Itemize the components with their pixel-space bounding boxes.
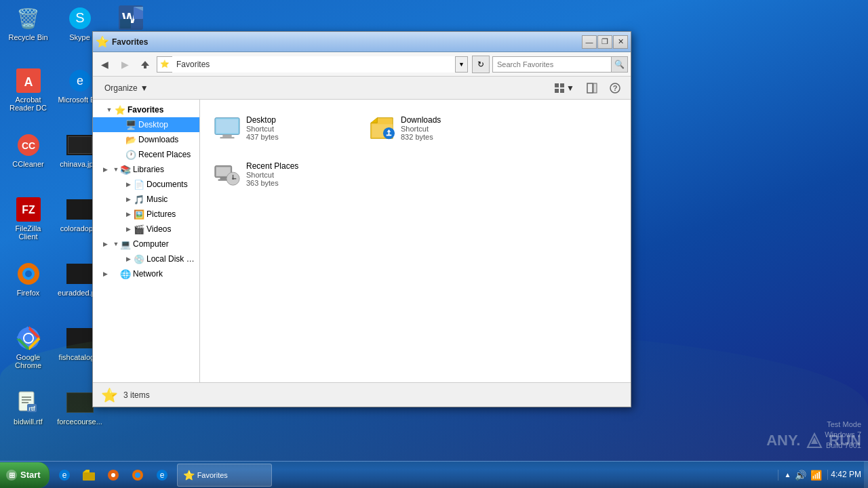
network-expand-icon: ▶ (101, 268, 109, 279)
clock[interactable]: 4:42 PM (827, 470, 864, 481)
computer-section[interactable]: ▶ ▼ 💻 Computer (93, 237, 199, 251)
tree-item-downloads[interactable]: 📂 Downloads (93, 132, 199, 147)
downloads-tree-label: Downloads (138, 135, 178, 144)
network-label: Network (133, 269, 163, 279)
search-input[interactable] (493, 60, 611, 68)
start-button[interactable]: ⊞ Start (0, 462, 50, 488)
desktop-icon-chrome[interactable]: Google Chrome (3, 322, 54, 372)
refresh-button[interactable]: ↻ (472, 56, 490, 73)
desktop-icon-acrobat[interactable]: A Acrobat Reader DC (3, 64, 54, 115)
favorites-section[interactable]: ▼ ⭐ Favorites (93, 102, 199, 117)
address-dropdown[interactable]: ▼ (455, 57, 467, 72)
computer-expand-icon: ▶ (101, 239, 109, 249)
pictures-tree-label: Pictures (146, 209, 176, 219)
libraries-folder-icon: 📚 (120, 164, 131, 175)
svg-rect-47 (387, 135, 392, 136)
view-options-button[interactable]: ▼ (549, 79, 579, 97)
downloads-file-icon (368, 115, 395, 142)
svg-point-64 (111, 473, 115, 477)
desktop-icon-recycle-bin[interactable]: 🗑️ Recycle Bin (3, 2, 54, 44)
network-section[interactable]: ▶ 🌐 Network (93, 266, 199, 281)
back-button[interactable]: ◀ (96, 56, 113, 73)
help-button[interactable]: ? (605, 79, 625, 97)
computer-folder-icon: 💻 (120, 239, 131, 249)
desktop-file-icon (214, 115, 241, 142)
filezilla-label: FileZilla Client (5, 224, 51, 241)
nav-tree: ▼ ⭐ Favorites 🖥️ Desktop 📂 Downloads � (93, 100, 200, 382)
file-item-desktop[interactable]: Desktop Shortcut 437 bytes (208, 108, 357, 148)
up-button[interactable] (136, 56, 154, 73)
documents-tree-icon: 📄 (134, 179, 144, 190)
svg-marker-29 (141, 61, 149, 66)
close-button[interactable]: ✕ (613, 35, 628, 49)
preview-pane-button[interactable] (582, 79, 602, 97)
videos-expand-icon: ▶ (123, 224, 134, 235)
tree-item-music[interactable]: ▶ 🎵 Music (93, 192, 199, 207)
taskbar-edge-icon[interactable]: e (151, 464, 174, 487)
filezilla-icon: FZ (15, 196, 42, 223)
music-tree-label: Music (146, 195, 167, 204)
euradded-icon (66, 260, 94, 287)
downloads-file-info: Downloads Shortcut 832 bytes (401, 115, 507, 141)
desktop-file-info: Desktop Shortcut 437 bytes (246, 115, 352, 141)
anyrun-run-text: RUN (829, 432, 861, 449)
search-box: 🔍 (492, 56, 628, 73)
tree-item-documents[interactable]: ▶ 📄 Documents (93, 177, 199, 192)
desktop-tree-icon: 🖥️ (125, 119, 136, 130)
test-mode-label: Test Mode Windows 7 Build 7601 (825, 420, 861, 451)
search-button[interactable]: 🔍 (611, 57, 627, 72)
videos-tree-icon: 🎬 (134, 224, 144, 235)
taskbar-favorites-button[interactable]: ⭐ Favorites (177, 464, 272, 487)
start-logo-icon: ⊞ (5, 469, 18, 481)
svg-marker-56 (808, 434, 821, 447)
desktop-icon-bidwill[interactable]: rtf bidwill.rtf (3, 386, 54, 428)
system-tray: ▲ 🔊 📶 (778, 470, 827, 481)
svg-text:FZ: FZ (22, 204, 35, 216)
test-mode-line2: Windows 7 (825, 430, 861, 440)
chrome-label: Google Chrome (5, 353, 51, 369)
edge-icon: e (66, 67, 94, 94)
taskbar-folder-icon[interactable] (77, 464, 100, 487)
recent-places-file-meta2: 363 bytes (246, 179, 352, 187)
libraries-label: Libraries (133, 165, 164, 174)
svg-rect-41 (222, 135, 231, 138)
desktop-icon-filezilla[interactable]: FZ FileZilla Client (3, 193, 54, 243)
show-desktop-button[interactable] (864, 462, 868, 488)
tree-item-desktop[interactable]: 🖥️ Desktop (93, 117, 199, 132)
taskbar-apps: ⭐ Favorites (174, 462, 778, 488)
svg-point-66 (135, 472, 140, 478)
taskbar-media-icon[interactable] (102, 464, 125, 487)
tree-item-videos[interactable]: ▶ 🎬 Videos (93, 222, 199, 237)
libraries-section[interactable]: ▶ ▼ 📚 Libraries (93, 162, 199, 177)
file-content-area: Desktop Shortcut 437 bytes (200, 100, 631, 382)
tree-item-recent-places[interactable]: 🕐 Recent Places (93, 147, 199, 162)
svg-text:e: e (159, 470, 164, 480)
file-item-recent-places[interactable]: Recent Places Shortcut 363 bytes (208, 154, 357, 195)
desktop-file-meta1: Shortcut (246, 125, 352, 133)
svg-rect-32 (560, 83, 564, 87)
taskbar-ie-icon[interactable]: e (53, 464, 76, 487)
documents-expand-icon: ▶ (123, 179, 134, 190)
tree-item-local-disk[interactable]: ▶ 💿 Local Disk (C:) (93, 251, 199, 266)
organize-button[interactable]: Organize ▼ (98, 79, 155, 97)
forward-button[interactable]: ▶ (116, 56, 134, 73)
tray-network-icon[interactable]: 📶 (810, 470, 822, 481)
local-disk-expand-icon: ▶ (123, 253, 134, 264)
libraries-expand-icon: ▶ (101, 164, 109, 175)
svg-text:S: S (75, 10, 84, 25)
tree-item-pictures[interactable]: ▶ 🖼️ Pictures (93, 207, 199, 222)
tray-volume-icon[interactable]: 🔊 (795, 470, 806, 481)
file-item-downloads[interactable]: Downloads Shortcut 832 bytes (363, 108, 512, 148)
minimize-button[interactable]: — (582, 35, 597, 49)
svg-rect-22 (19, 392, 34, 411)
desktop-icon-ccleaner[interactable]: CC CCleaner (3, 129, 54, 171)
tray-expand-icon[interactable]: ▲ (784, 471, 791, 479)
desktop-icon-firefox[interactable]: Firefox (3, 258, 54, 300)
music-expand-icon: ▶ (123, 194, 134, 205)
address-path[interactable]: Favorites (172, 56, 455, 73)
svg-text:⊞: ⊞ (9, 471, 15, 479)
downloads-file-meta1: Shortcut (401, 125, 507, 133)
taskbar-firefox-icon[interactable] (126, 464, 149, 487)
recent-places-tree-label: Recent Places (138, 150, 191, 159)
restore-button[interactable]: ❐ (597, 35, 612, 49)
